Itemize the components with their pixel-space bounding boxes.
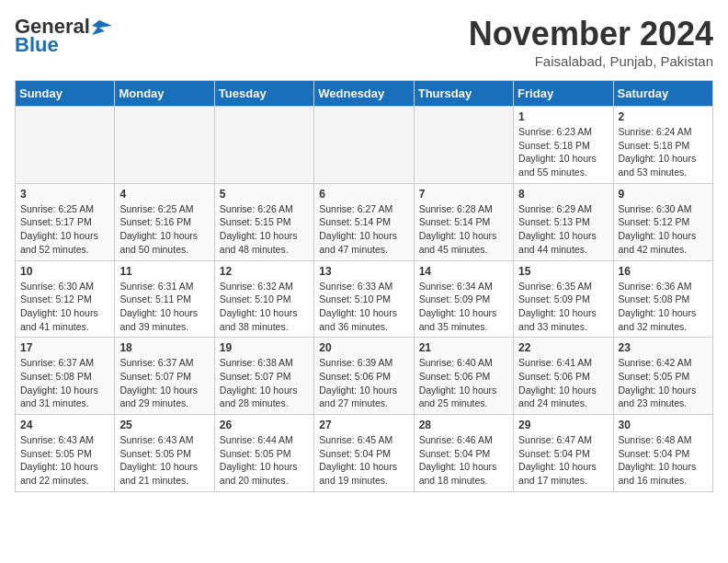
day-info: Sunrise: 6:39 AMSunset: 5:06 PMDaylight:…	[319, 356, 408, 410]
day-number: 23	[619, 341, 708, 354]
col-monday: Monday	[115, 81, 214, 107]
day-number: 5	[220, 188, 309, 201]
day-number: 27	[319, 419, 408, 431]
table-row: 16Sunrise: 6:36 AMSunset: 5:08 PMDayligh…	[613, 260, 712, 338]
day-number: 19	[220, 341, 309, 354]
table-row: 28Sunrise: 6:46 AMSunset: 5:04 PMDayligh…	[414, 415, 513, 492]
calendar-week-row: 10Sunrise: 6:30 AMSunset: 5:12 PMDayligh…	[16, 260, 713, 338]
day-info: Sunrise: 6:26 AMSunset: 5:15 PMDaylight:…	[220, 202, 309, 257]
day-number: 12	[220, 265, 309, 278]
day-info: Sunrise: 6:36 AMSunset: 5:08 PMDaylight:…	[619, 280, 708, 334]
table-row: 4Sunrise: 6:25 AMSunset: 5:16 PMDaylight…	[115, 183, 214, 260]
day-info: Sunrise: 6:37 AMSunset: 5:08 PMDaylight:…	[20, 356, 109, 410]
day-info: Sunrise: 6:33 AMSunset: 5:10 PMDaylight:…	[319, 280, 408, 334]
logo-bird-icon	[92, 18, 112, 35]
day-number: 13	[319, 265, 408, 278]
col-tuesday: Tuesday	[214, 81, 313, 107]
table-row: 27Sunrise: 6:45 AMSunset: 5:04 PMDayligh…	[314, 415, 414, 492]
day-number: 30	[619, 419, 708, 431]
calendar-header-row: Sunday Monday Tuesday Wednesday Thursday…	[16, 81, 713, 107]
table-row: 26Sunrise: 6:44 AMSunset: 5:05 PMDayligh…	[214, 415, 313, 492]
calendar-week-row: 3Sunrise: 6:25 AMSunset: 5:17 PMDaylight…	[16, 183, 713, 260]
day-info: Sunrise: 6:45 AMSunset: 5:04 PMDaylight:…	[319, 433, 408, 488]
table-row: 9Sunrise: 6:30 AMSunset: 5:12 PMDaylight…	[613, 183, 712, 260]
logo-blue: Blue	[15, 33, 59, 57]
day-number: 16	[619, 265, 708, 278]
day-info: Sunrise: 6:32 AMSunset: 5:10 PMDaylight:…	[220, 280, 309, 334]
svg-marker-0	[92, 20, 112, 35]
day-number: 21	[419, 341, 508, 354]
table-row: 2Sunrise: 6:24 AMSunset: 5:18 PMDaylight…	[613, 107, 712, 184]
month-title: November 2024	[469, 15, 713, 53]
day-info: Sunrise: 6:46 AMSunset: 5:04 PMDaylight:…	[419, 433, 508, 488]
day-info: Sunrise: 6:29 AMSunset: 5:13 PMDaylight:…	[518, 202, 608, 257]
day-number: 25	[119, 419, 209, 431]
table-row: 11Sunrise: 6:31 AMSunset: 5:11 PMDayligh…	[115, 260, 214, 338]
table-row: 18Sunrise: 6:37 AMSunset: 5:07 PMDayligh…	[115, 338, 214, 415]
table-row: 25Sunrise: 6:43 AMSunset: 5:05 PMDayligh…	[115, 415, 214, 492]
table-row: 12Sunrise: 6:32 AMSunset: 5:10 PMDayligh…	[214, 260, 313, 338]
calendar-week-row: 1Sunrise: 6:23 AMSunset: 5:18 PMDaylight…	[16, 107, 713, 184]
col-thursday: Thursday	[414, 81, 513, 107]
day-info: Sunrise: 6:48 AMSunset: 5:04 PMDaylight:…	[619, 433, 708, 488]
table-row: 5Sunrise: 6:26 AMSunset: 5:15 PMDaylight…	[214, 183, 313, 260]
day-info: Sunrise: 6:30 AMSunset: 5:12 PMDaylight:…	[20, 280, 109, 334]
table-row: 30Sunrise: 6:48 AMSunset: 5:04 PMDayligh…	[613, 415, 712, 492]
day-info: Sunrise: 6:43 AMSunset: 5:05 PMDaylight:…	[20, 433, 109, 488]
day-info: Sunrise: 6:41 AMSunset: 5:06 PMDaylight:…	[518, 356, 608, 410]
table-row: 8Sunrise: 6:29 AMSunset: 5:13 PMDaylight…	[514, 183, 613, 260]
table-row: 14Sunrise: 6:34 AMSunset: 5:09 PMDayligh…	[414, 260, 513, 338]
table-row: 23Sunrise: 6:42 AMSunset: 5:05 PMDayligh…	[613, 338, 712, 415]
calendar-week-row: 24Sunrise: 6:43 AMSunset: 5:05 PMDayligh…	[16, 415, 713, 492]
table-row: 6Sunrise: 6:27 AMSunset: 5:14 PMDaylight…	[314, 183, 414, 260]
table-row: 17Sunrise: 6:37 AMSunset: 5:08 PMDayligh…	[16, 338, 115, 415]
page-header: General Blue November 2024 Faisalabad, P…	[15, 15, 713, 69]
title-block: November 2024 Faisalabad, Punjab, Pakist…	[469, 15, 713, 69]
table-row	[214, 107, 313, 184]
day-info: Sunrise: 6:44 AMSunset: 5:05 PMDaylight:…	[220, 433, 309, 488]
day-info: Sunrise: 6:24 AMSunset: 5:18 PMDaylight:…	[619, 125, 708, 179]
table-row: 10Sunrise: 6:30 AMSunset: 5:12 PMDayligh…	[16, 260, 115, 338]
day-info: Sunrise: 6:23 AMSunset: 5:18 PMDaylight:…	[518, 125, 608, 179]
table-row: 22Sunrise: 6:41 AMSunset: 5:06 PMDayligh…	[514, 338, 613, 415]
table-row: 21Sunrise: 6:40 AMSunset: 5:06 PMDayligh…	[414, 338, 513, 415]
day-number: 24	[20, 419, 109, 431]
table-row	[314, 107, 414, 184]
day-number: 14	[419, 265, 508, 278]
table-row: 3Sunrise: 6:25 AMSunset: 5:17 PMDaylight…	[16, 183, 115, 260]
table-row	[414, 107, 513, 184]
calendar-week-row: 17Sunrise: 6:37 AMSunset: 5:08 PMDayligh…	[16, 338, 713, 415]
day-info: Sunrise: 6:35 AMSunset: 5:09 PMDaylight:…	[518, 280, 608, 334]
day-number: 29	[518, 419, 608, 431]
col-sunday: Sunday	[16, 81, 115, 107]
col-wednesday: Wednesday	[314, 81, 414, 107]
day-number: 7	[419, 188, 508, 201]
day-number: 15	[518, 265, 608, 278]
day-info: Sunrise: 6:43 AMSunset: 5:05 PMDaylight:…	[119, 433, 209, 488]
table-row: 20Sunrise: 6:39 AMSunset: 5:06 PMDayligh…	[314, 338, 414, 415]
day-number: 10	[20, 265, 109, 278]
day-number: 26	[220, 419, 309, 431]
table-row: 13Sunrise: 6:33 AMSunset: 5:10 PMDayligh…	[314, 260, 414, 338]
day-number: 2	[619, 110, 708, 123]
table-row: 29Sunrise: 6:47 AMSunset: 5:04 PMDayligh…	[514, 415, 613, 492]
day-info: Sunrise: 6:25 AMSunset: 5:17 PMDaylight:…	[20, 202, 109, 257]
day-number: 11	[119, 265, 209, 278]
day-info: Sunrise: 6:37 AMSunset: 5:07 PMDaylight:…	[119, 356, 209, 410]
day-info: Sunrise: 6:42 AMSunset: 5:05 PMDaylight:…	[619, 356, 708, 410]
logo: General Blue	[15, 15, 112, 57]
day-number: 17	[20, 341, 109, 354]
table-row: 24Sunrise: 6:43 AMSunset: 5:05 PMDayligh…	[16, 415, 115, 492]
day-number: 28	[419, 419, 508, 431]
day-number: 1	[518, 110, 608, 123]
day-number: 8	[518, 188, 608, 201]
day-info: Sunrise: 6:25 AMSunset: 5:16 PMDaylight:…	[119, 202, 209, 257]
calendar-table: Sunday Monday Tuesday Wednesday Thursday…	[15, 80, 713, 492]
day-info: Sunrise: 6:30 AMSunset: 5:12 PMDaylight:…	[619, 202, 708, 257]
day-number: 4	[119, 188, 209, 201]
day-number: 22	[518, 341, 608, 354]
day-number: 6	[319, 188, 408, 201]
table-row: 1Sunrise: 6:23 AMSunset: 5:18 PMDaylight…	[514, 107, 613, 184]
day-info: Sunrise: 6:40 AMSunset: 5:06 PMDaylight:…	[419, 356, 508, 410]
day-info: Sunrise: 6:27 AMSunset: 5:14 PMDaylight:…	[319, 202, 408, 257]
